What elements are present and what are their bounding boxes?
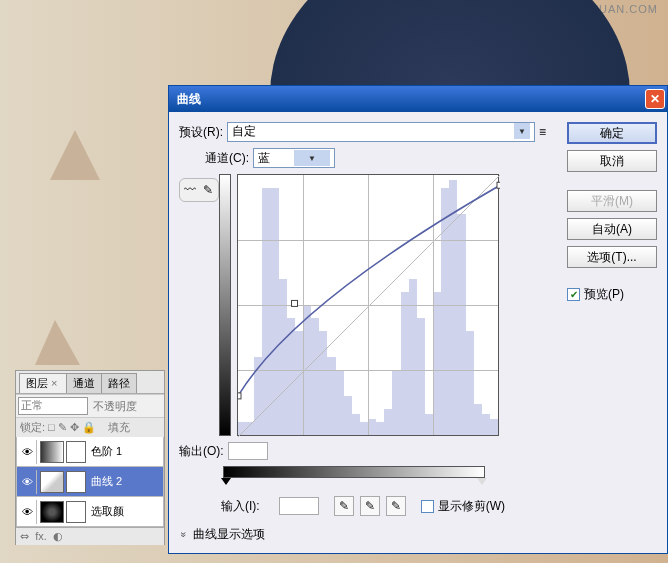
- tab-paths[interactable]: 路径: [101, 373, 137, 393]
- layers-panel-tabs: 图层× 通道 路径: [16, 371, 164, 394]
- tab-layers[interactable]: 图层×: [19, 373, 67, 393]
- blend-mode-select[interactable]: 正常: [18, 397, 88, 415]
- layer-item[interactable]: 👁 色阶 1: [16, 437, 164, 467]
- visibility-icon[interactable]: 👁: [19, 470, 37, 494]
- input-label: 输入(I):: [221, 498, 260, 515]
- lock-row: 锁定: □ ✎ ✥ 🔒 填充: [16, 417, 164, 437]
- layer-mask-thumbnail: [66, 471, 86, 493]
- close-button[interactable]: ✕: [645, 89, 665, 109]
- output-input[interactable]: [228, 442, 268, 460]
- svg-rect-3: [497, 182, 500, 188]
- layer-name: 选取颜: [91, 504, 124, 519]
- eyedroppers: ✎ ✎ ✎: [334, 496, 406, 516]
- svg-rect-2: [292, 300, 298, 306]
- layer-thumbnail: [40, 441, 64, 463]
- curve-line: [238, 175, 500, 437]
- dialog-title: 曲线: [177, 91, 645, 108]
- preview-checkbox[interactable]: ✔: [567, 288, 580, 301]
- layers-panel: 图层× 通道 路径 正常 不透明度 锁定: □ ✎ ✥ 🔒 填充 👁 色阶 1 …: [15, 370, 165, 545]
- visibility-icon[interactable]: 👁: [19, 440, 37, 464]
- input-input[interactable]: [279, 497, 319, 515]
- layer-item[interactable]: 👁 选取颜: [16, 497, 164, 527]
- white-point-slider[interactable]: [477, 478, 487, 485]
- gray-eyedropper-icon[interactable]: ✎: [360, 496, 380, 516]
- show-clipping-label: 显示修剪(W): [438, 498, 505, 515]
- output-label: 输出(O):: [179, 443, 224, 460]
- channel-select[interactable]: 蓝 ▼: [253, 148, 335, 168]
- black-eyedropper-icon[interactable]: ✎: [334, 496, 354, 516]
- layer-mask-thumbnail: [66, 441, 86, 463]
- smooth-button[interactable]: 平滑(M): [567, 190, 657, 212]
- curve-display-options-toggle[interactable]: » 曲线显示选项: [179, 526, 559, 543]
- preview-label: 预览(P): [584, 286, 624, 303]
- curve-tool-selector: 〰 ✎: [179, 178, 219, 202]
- svg-line-0: [238, 175, 500, 437]
- layer-thumbnail: [40, 471, 64, 493]
- layer-mask-thumbnail: [66, 501, 86, 523]
- curves-dialog: 曲线 ✕ 预设(R): 自定 ▼ ≡ 通道(C): 蓝 ▼: [168, 85, 668, 554]
- expand-icon: »: [178, 532, 189, 538]
- svg-rect-1: [238, 393, 241, 399]
- input-gradient: [223, 466, 485, 478]
- auto-button[interactable]: 自动(A): [567, 218, 657, 240]
- close-icon[interactable]: ×: [48, 377, 60, 389]
- layer-name: 曲线 2: [91, 474, 122, 489]
- bg-decoration: [50, 130, 100, 180]
- title-bar[interactable]: 曲线 ✕: [169, 86, 667, 112]
- opacity-label: 不透明度: [93, 399, 137, 414]
- layers-bottom-bar: ⇔ fx. ◐: [16, 527, 164, 545]
- cancel-button[interactable]: 取消: [567, 150, 657, 172]
- chevron-down-icon: ▼: [514, 123, 530, 139]
- layer-thumbnail: [40, 501, 64, 523]
- white-eyedropper-icon[interactable]: ✎: [386, 496, 406, 516]
- ok-button[interactable]: 确定: [567, 122, 657, 144]
- bg-decoration: [35, 320, 80, 365]
- visibility-icon[interactable]: 👁: [19, 500, 37, 524]
- tab-channels[interactable]: 通道: [66, 373, 102, 393]
- layer-item[interactable]: 👁 曲线 2: [16, 467, 164, 497]
- curve-pencil-tool-icon[interactable]: ✎: [200, 183, 216, 197]
- options-button[interactable]: 选项(T)...: [567, 246, 657, 268]
- output-gradient: [219, 174, 231, 436]
- chevron-down-icon: ▼: [294, 150, 330, 166]
- show-clipping-checkbox[interactable]: [421, 500, 434, 513]
- preset-label: 预设(R):: [179, 124, 223, 141]
- preset-select[interactable]: 自定 ▼: [227, 122, 535, 142]
- curve-graph[interactable]: [237, 174, 499, 436]
- layer-name: 色阶 1: [91, 444, 122, 459]
- black-point-slider[interactable]: [221, 478, 231, 485]
- channel-label: 通道(C):: [205, 150, 249, 167]
- preset-menu-icon[interactable]: ≡: [539, 124, 559, 140]
- curve-point-tool-icon[interactable]: 〰: [182, 183, 198, 197]
